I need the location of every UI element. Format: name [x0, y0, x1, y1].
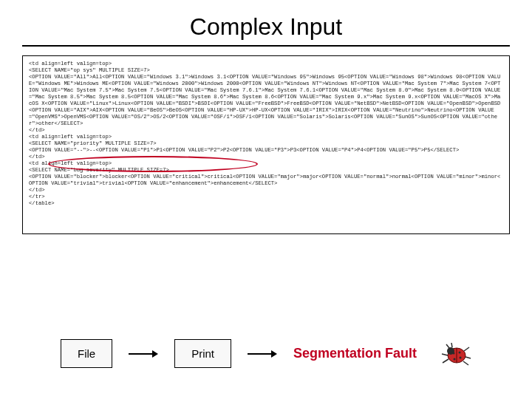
svg-line-18 [463, 361, 468, 365]
svg-line-16 [464, 347, 469, 351]
code-line: <td align=left valign=top> [29, 134, 503, 140]
bottom-row: File Print Segmentation Fault [0, 339, 532, 368]
code-line: <SELECT NAME="op sys" MULTIPLE SIZE=7> [29, 67, 503, 74]
code-line: <OPTION VALUE="blocker">blocker<OPTION V… [29, 174, 503, 187]
code-line: <OPTION VALUE="All">All<OPTION VALUE="Wi… [29, 74, 503, 127]
svg-point-10 [460, 356, 462, 358]
code-line: <SELECT NAME="priority" MULTIPLE SIZE=7> [29, 140, 503, 147]
code-line: <td align=left valign=top> [29, 61, 503, 67]
title-underline [22, 45, 510, 47]
code-line: </td> [29, 187, 503, 194]
svg-line-14 [442, 354, 448, 355]
code-line: </td> [29, 127, 503, 134]
print-button[interactable]: Print [174, 339, 231, 368]
code-line: <td align=left valign=top> [29, 160, 503, 167]
svg-line-15 [443, 359, 449, 363]
arrow-icon [248, 349, 277, 359]
svg-line-17 [466, 357, 471, 358]
svg-line-13 [451, 343, 452, 347]
slide-title: Complex Input [0, 13, 532, 41]
code-box: <td align=left valign=top> <SELECT NAME=… [22, 55, 510, 234]
code-line: </td> [29, 154, 503, 160]
code-line: </table> [29, 200, 503, 207]
code-line: <OPTION VALUE="--">--<OPTION VALUE="P1">… [29, 147, 503, 154]
segfault-label: Segmentation Fault [293, 346, 417, 361]
svg-point-9 [459, 351, 461, 353]
arrow-icon [129, 349, 158, 359]
svg-line-12 [446, 344, 449, 348]
svg-point-8 [453, 352, 455, 354]
svg-marker-1 [152, 350, 158, 358]
bug-icon [439, 341, 471, 367]
code-line: <SELECT NAME="bug severity" MULTIPLE SIZ… [29, 167, 503, 174]
code-line: </tr> [29, 194, 503, 200]
svg-point-11 [454, 358, 456, 360]
file-button[interactable]: File [61, 339, 112, 368]
svg-marker-3 [271, 350, 277, 358]
